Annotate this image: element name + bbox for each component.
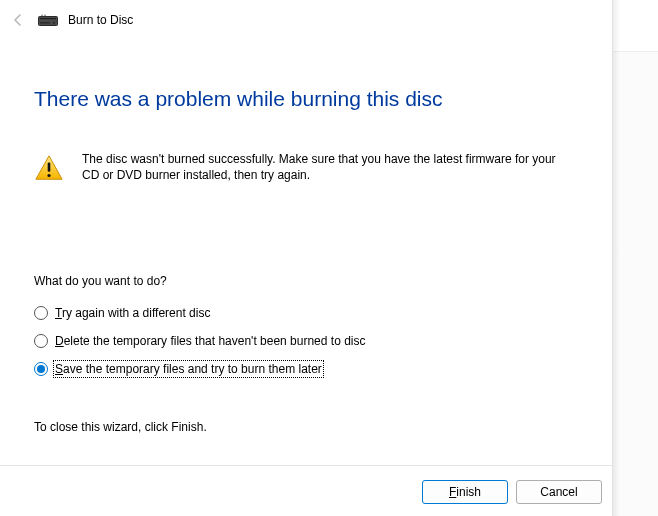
wizard-title: Burn to Disc (68, 13, 133, 27)
radio-indicator (34, 362, 48, 376)
footer-divider (0, 465, 612, 466)
svg-rect-4 (40, 22, 50, 24)
radio-try-again[interactable]: Try again with a different disc (34, 306, 580, 320)
svg-point-5 (53, 22, 55, 24)
error-message: The disc wasn't burned successfully. Mak… (82, 151, 580, 183)
radio-delete-temp[interactable]: Delete the temporary files that haven't … (34, 334, 580, 348)
radio-group: Try again with a different disc Delete t… (34, 306, 580, 376)
error-row: The disc wasn't burned successfully. Mak… (34, 151, 580, 183)
svg-point-7 (47, 174, 50, 177)
wizard-content: There was a problem while burning this d… (0, 36, 612, 434)
page-heading: There was a problem while burning this d… (34, 86, 580, 111)
radio-indicator (34, 334, 48, 348)
radio-save-temp[interactable]: Save the temporary files and try to burn… (34, 362, 580, 376)
prompt-text: What do you want to do? (34, 274, 580, 288)
cancel-button[interactable]: Cancel (516, 480, 602, 504)
radio-label: Delete the temporary files that haven't … (55, 334, 365, 348)
svg-rect-1 (40, 18, 56, 19)
right-chrome-strip (612, 0, 658, 516)
right-chrome-top (613, 0, 658, 52)
wizard-header: Burn to Disc (0, 0, 612, 36)
radio-indicator (34, 306, 48, 320)
wizard-footer: Finish Cancel (0, 480, 612, 504)
finish-button[interactable]: Finish (422, 480, 508, 504)
close-hint: To close this wizard, click Finish. (34, 420, 580, 434)
radio-label: Save the temporary files and try to burn… (55, 362, 322, 376)
disc-drive-icon (38, 13, 58, 27)
radio-label: Try again with a different disc (55, 306, 210, 320)
wizard-window: Burn to Disc There was a problem while b… (0, 0, 612, 516)
svg-point-3 (44, 14, 46, 16)
svg-rect-0 (39, 17, 58, 26)
warning-icon (34, 153, 64, 183)
back-arrow-icon (8, 10, 28, 30)
svg-point-2 (41, 14, 43, 16)
svg-rect-6 (48, 163, 51, 172)
